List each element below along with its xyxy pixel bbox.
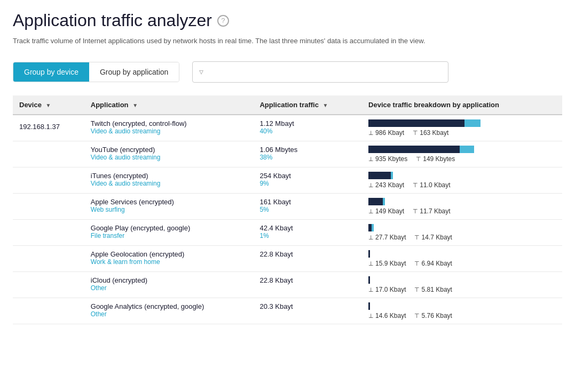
download-label: 935 Kbytes — [368, 155, 407, 163]
cell-breakdown: 15.9 Kbayt6.94 Kbayt — [362, 245, 562, 271]
table-row: Google Play (encrypted, google)File tran… — [13, 219, 562, 245]
app-category: Video & audio streaming — [91, 154, 247, 161]
toolbar: Group by device Group by application ▿ — [13, 61, 562, 83]
page-title: Application traffic analyzer ? — [13, 11, 562, 30]
cell-traffic: 42.4 Kbayt1% — [253, 219, 362, 245]
bar-chart — [368, 276, 556, 284]
bar-chart — [368, 198, 556, 205]
app-category: Web surfing — [91, 206, 247, 213]
traffic-percent: 38% — [259, 154, 356, 161]
bar-chart — [368, 224, 556, 231]
cell-breakdown: 14.6 Kbayt5.76 Kbayt — [362, 298, 562, 324]
cell-breakdown: 17.0 Kbayt5.81 Kbayt — [362, 271, 562, 298]
traffic-value: 22.8 Kbayt — [259, 250, 356, 258]
app-name: Apple Services (encrypted) — [91, 198, 247, 206]
bar-upload — [383, 198, 385, 205]
bar-download — [368, 119, 464, 127]
tab-group-by-application[interactable]: Group by application — [89, 62, 179, 82]
page-subtitle: Track traffic volume of Internet applica… — [13, 36, 440, 46]
traffic-percent: 9% — [259, 180, 356, 187]
cell-application: YouTube (encrypted)Video & audio streami… — [84, 141, 254, 167]
help-icon[interactable]: ? — [217, 15, 229, 27]
download-label: 14.6 Kbayt — [368, 312, 406, 319]
cell-breakdown: 935 Kbytes149 Kbytes — [362, 141, 562, 167]
bar-chart — [368, 119, 556, 127]
upload-label: 5.76 Kbayt — [414, 312, 452, 319]
cell-application: Twitch (encrypted, control-flow)Video & … — [84, 115, 254, 141]
traffic-percent: 5% — [259, 206, 356, 213]
upload-label: 5.81 Kbayt — [414, 286, 452, 293]
bar-download — [368, 250, 370, 258]
bar-labels: 986 Kbayt163 Kbayt — [368, 129, 556, 137]
col-traffic[interactable]: Application traffic ▼ — [253, 95, 362, 115]
app-category: Other — [91, 310, 247, 318]
traffic-value: 161 Kbayt — [259, 198, 356, 206]
sort-icon-device: ▼ — [46, 102, 51, 108]
cell-device — [13, 219, 84, 245]
tab-group-by-device[interactable]: Group by device — [13, 62, 89, 82]
bar-download — [368, 172, 391, 179]
cell-traffic: 254 Kbayt9% — [253, 167, 362, 193]
upload-label: 14.7 Kbayt — [414, 234, 452, 241]
cell-device — [13, 245, 84, 271]
cell-breakdown: 243 Kbayt11.0 Kbayt — [362, 167, 562, 193]
table-row: Apple Services (encrypted)Web surfing161… — [13, 193, 562, 219]
app-name: YouTube (encrypted) — [91, 146, 247, 154]
upload-label: 163 Kbayt — [413, 129, 448, 137]
bar-chart — [368, 250, 556, 258]
upload-label: 11.7 Kbayt — [413, 207, 450, 215]
cell-breakdown: 149 Kbayt11.7 Kbayt — [362, 193, 562, 219]
cell-application: Google Play (encrypted, google)File tran… — [84, 219, 254, 245]
sort-icon-application: ▼ — [132, 102, 138, 108]
cell-application: Apple Services (encrypted)Web surfing — [84, 193, 254, 219]
table-row: iTunes (encrypted)Video & audio streamin… — [13, 167, 562, 193]
col-device[interactable]: Device ▼ — [13, 95, 84, 115]
app-name: iCloud (encrypted) — [91, 276, 247, 284]
bar-chart — [368, 302, 556, 310]
bar-labels: 14.6 Kbayt5.76 Kbayt — [368, 312, 556, 319]
col-application[interactable]: Application ▼ — [84, 95, 254, 115]
traffic-percent: 40% — [259, 127, 356, 135]
filter-box[interactable]: ▿ — [192, 61, 448, 83]
cell-application: iCloud (encrypted)Other — [84, 271, 254, 298]
bar-download — [368, 146, 460, 153]
bar-download — [368, 302, 370, 310]
app-category: Video & audio streaming — [91, 180, 247, 187]
download-label: 149 Kbayt — [368, 207, 404, 215]
bar-labels: 149 Kbayt11.7 Kbayt — [368, 207, 556, 215]
cell-traffic: 20.3 Kbayt — [253, 298, 362, 324]
cell-traffic: 161 Kbayt5% — [253, 193, 362, 219]
table-row: Apple Geolocation (encrypted)Work & lear… — [13, 245, 562, 271]
filter-icon: ▿ — [199, 67, 203, 77]
cell-traffic: 22.8 Kbayt — [253, 271, 362, 298]
traffic-table: Device ▼ Application ▼ Application traff… — [13, 95, 562, 324]
app-category: Other — [91, 284, 247, 292]
upload-label: 149 Kbytes — [416, 155, 455, 163]
table-row: YouTube (encrypted)Video & audio streami… — [13, 141, 562, 167]
bar-labels: 15.9 Kbayt6.94 Kbayt — [368, 260, 556, 267]
download-label: 27.7 Kbayt — [368, 234, 406, 241]
table-row: iCloud (encrypted)Other22.8 Kbayt17.0 Kb… — [13, 271, 562, 298]
bar-labels: 27.7 Kbayt14.7 Kbayt — [368, 234, 556, 241]
app-name: Google Play (encrypted, google) — [91, 224, 247, 232]
tab-group: Group by device Group by application — [13, 62, 179, 82]
cell-device — [13, 193, 84, 219]
table-header-row: Device ▼ Application ▼ Application traff… — [13, 95, 562, 115]
cell-application: iTunes (encrypted)Video & audio streamin… — [84, 167, 254, 193]
bar-upload — [464, 119, 481, 127]
upload-label: 11.0 Kbayt — [413, 181, 450, 189]
bar-upload — [460, 146, 474, 153]
bar-chart — [368, 146, 556, 153]
bar-labels: 935 Kbytes149 Kbytes — [368, 155, 556, 163]
traffic-value: 22.8 Kbayt — [259, 276, 356, 284]
table-row: Google Analytics (encrypted, google)Othe… — [13, 298, 562, 324]
app-name: iTunes (encrypted) — [91, 172, 247, 180]
download-label: 986 Kbayt — [368, 129, 404, 137]
table-row: 192.168.1.37Twitch (encrypted, control-f… — [13, 115, 562, 141]
app-category: File transfer — [91, 232, 247, 239]
bar-download — [368, 276, 370, 284]
app-category: Work & learn from home — [91, 258, 247, 266]
col-breakdown: Device traffic breakdown by application — [362, 95, 562, 115]
cell-device — [13, 167, 84, 193]
cell-device — [13, 141, 84, 167]
